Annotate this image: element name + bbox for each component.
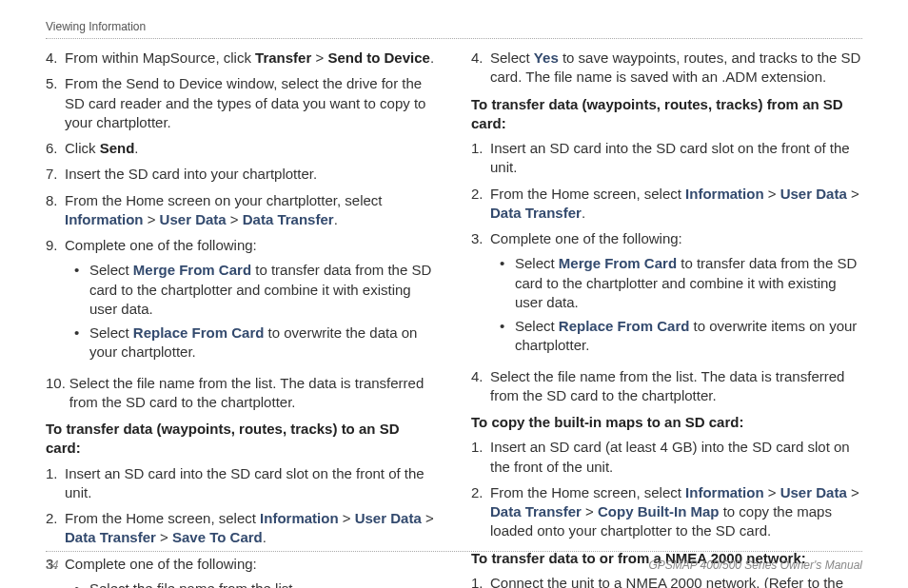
left-column: 4.From within MapSource, click Transfer … <box>46 49 437 588</box>
left-item-4: 4.From within MapSource, click Transfer … <box>46 49 437 68</box>
right-list0: 4.Select Yes to save waypoints, routes, … <box>471 49 862 88</box>
left-item-9: 9.Complete one of the following: Select … <box>46 236 437 367</box>
content-columns: 4.From within MapSource, click Transfer … <box>46 49 862 588</box>
right-title1: To transfer data (waypoints, routes, tra… <box>471 95 862 134</box>
left-item-8: 8.From the Home screen on your chartplot… <box>46 191 437 230</box>
right-column: 4.Select Yes to save waypoints, routes, … <box>471 49 862 588</box>
left-item-6: 6.Click Send. <box>46 139 437 158</box>
left-item-10: 10.Select the file name from the list. T… <box>46 374 437 413</box>
left-title2: To transfer data (waypoints, routes, tra… <box>46 420 437 459</box>
left-item-7: 7.Insert the SD card into your chartplot… <box>46 165 437 184</box>
left-list1: 4.From within MapSource, click Transfer … <box>46 49 437 412</box>
right-list1: 1.Insert an SD card into the SD card slo… <box>471 139 862 405</box>
left-item-5: 5.From the Send to Device window, select… <box>46 74 437 132</box>
right-list2: 1.Insert an SD card (at least 4 GB) into… <box>471 438 862 540</box>
page-header: Viewing Information <box>46 19 862 39</box>
page-number: 34 <box>46 558 58 573</box>
right-title2: To copy the built-in maps to an SD card: <box>471 413 862 432</box>
right-list3: 1.Connect the unit to a NMEA 2000 networ… <box>471 574 862 588</box>
doc-title: GPSMAP 400/500 Series Owner's Manual <box>648 558 862 573</box>
page-footer: 34 GPSMAP 400/500 Series Owner's Manual <box>46 551 862 573</box>
